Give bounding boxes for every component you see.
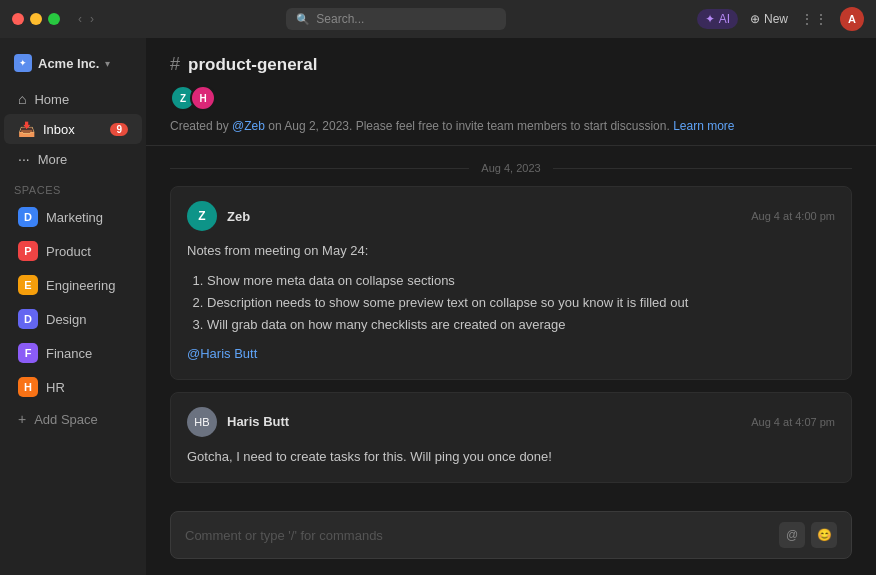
forward-arrow[interactable]: › <box>88 12 96 26</box>
sidebar-item-inbox[interactable]: 📥 Inbox 9 <box>4 114 142 144</box>
list-item-2: Description needs to show some preview t… <box>207 292 835 314</box>
msg-time-2: Aug 4 at 4:07 pm <box>751 416 835 428</box>
new-icon: ⊕ <box>750 12 760 26</box>
message-header-1: Z Zeb Aug 4 at 4:00 pm <box>187 201 835 231</box>
sidebar-item-marketing[interactable]: D Marketing <box>4 200 142 234</box>
msg-avatar-zeb: Z <box>187 201 217 231</box>
search-placeholder: Search... <box>316 12 364 26</box>
finance-label: Finance <box>46 346 92 361</box>
member-avatar-2: H <box>190 85 216 111</box>
new-label: New <box>764 12 788 26</box>
ai-icon: ✦ <box>705 12 715 26</box>
channel-meta-middle: on Aug 2, 2023. Please feel free to invi… <box>265 119 670 133</box>
msg-author-1: Zeb <box>227 209 250 224</box>
inbox-icon: 📥 <box>18 121 35 137</box>
hr-dot: H <box>18 377 38 397</box>
channel-creator-mention[interactable]: @Zeb <box>232 119 265 133</box>
spaces-label: Spaces <box>0 174 146 200</box>
search-icon: 🔍 <box>296 13 310 26</box>
workspace-chevron-icon: ▾ <box>105 58 110 69</box>
workspace-name: Acme Inc. <box>38 56 99 71</box>
fullscreen-button[interactable] <box>48 13 60 25</box>
msg-body-2: Gotcha, I need to create tasks for this.… <box>187 447 835 468</box>
comment-area: Comment or type '/' for commands @ 😊 <box>146 499 876 575</box>
ai-badge[interactable]: ✦ AI <box>697 9 738 29</box>
add-space-button[interactable]: + Add Space <box>4 404 142 434</box>
finance-dot: F <box>18 343 38 363</box>
traffic-lights <box>12 13 60 25</box>
msg-body-1: Notes from meeting on May 24: Show more … <box>187 241 835 365</box>
sidebar-item-home[interactable]: ⌂ Home <box>4 84 142 114</box>
msg-author-2: Haris Butt <box>227 414 289 429</box>
close-button[interactable] <box>12 13 24 25</box>
list-item-3: Will grab data on how many checklists ar… <box>207 314 835 336</box>
inbox-badge: 9 <box>110 123 128 136</box>
content-area: # product-general Z H Created by @Zeb on… <box>146 38 876 575</box>
msg-mention-1[interactable]: @Haris Butt <box>187 346 257 361</box>
date-divider-1: Aug 4, 2023 <box>146 146 876 182</box>
msg-time-1: Aug 4 at 4:00 pm <box>751 210 835 222</box>
marketing-label: Marketing <box>46 210 103 225</box>
home-icon: ⌂ <box>18 91 26 107</box>
design-dot: D <box>18 309 38 329</box>
channel-header: # product-general Z H Created by @Zeb on… <box>146 38 876 146</box>
grid-icon[interactable]: ⋮⋮ <box>800 11 828 27</box>
learn-more-link[interactable]: Learn more <box>673 119 734 133</box>
msg-body-text-2: Gotcha, I need to create tasks for this.… <box>187 449 552 464</box>
add-space-label: Add Space <box>34 412 98 427</box>
search-bar: 🔍 Search... <box>104 8 689 30</box>
messages-area: Aug 4, 2023 Z Zeb Aug 4 at 4:00 pm Notes… <box>146 146 876 499</box>
sidebar-item-engineering[interactable]: E Engineering <box>4 268 142 302</box>
sidebar-item-product[interactable]: P Product <box>4 234 142 268</box>
main-layout: ✦ Acme Inc. ▾ ⌂ Home 📥 Inbox 9 ··· More … <box>0 38 876 575</box>
date-divider-line-right <box>553 168 852 169</box>
msg-intro-1: Notes from meeting on May 24: <box>187 241 835 262</box>
channel-name: product-general <box>188 55 317 75</box>
message-card-2: HB Haris Butt Aug 4 at 4:07 pm Gotcha, I… <box>170 392 852 483</box>
member-avatars: Z H <box>170 85 852 111</box>
date-divider-line-left <box>170 168 469 169</box>
sidebar-item-home-label: Home <box>34 92 69 107</box>
list-item-1: Show more meta data on collapse sections <box>207 270 835 292</box>
message-card-1: Z Zeb Aug 4 at 4:00 pm Notes from meetin… <box>170 186 852 380</box>
more-icon: ··· <box>18 151 30 167</box>
sidebar-item-hr[interactable]: H HR <box>4 370 142 404</box>
hash-icon: # <box>170 54 180 75</box>
marketing-dot: D <box>18 207 38 227</box>
hr-label: HR <box>46 380 65 395</box>
sidebar-item-more-label: More <box>38 152 68 167</box>
msg-avatar-haris: HB <box>187 407 217 437</box>
design-label: Design <box>46 312 86 327</box>
workspace-header[interactable]: ✦ Acme Inc. ▾ <box>0 48 146 78</box>
channel-title: # product-general <box>170 54 852 75</box>
date-divider-text-1: Aug 4, 2023 <box>481 162 540 174</box>
sidebar-item-design[interactable]: D Design <box>4 302 142 336</box>
channel-meta-prefix: Created by <box>170 119 232 133</box>
product-label: Product <box>46 244 91 259</box>
comment-action-1[interactable]: @ <box>779 522 805 548</box>
search-input-wrap[interactable]: 🔍 Search... <box>286 8 506 30</box>
product-dot: P <box>18 241 38 261</box>
comment-placeholder: Comment or type '/' for commands <box>185 528 771 543</box>
sidebar-item-finance[interactable]: F Finance <box>4 336 142 370</box>
nav-arrows: ‹ › <box>76 12 96 26</box>
back-arrow[interactable]: ‹ <box>76 12 84 26</box>
sidebar-item-more[interactable]: ··· More <box>4 144 142 174</box>
title-bar: ‹ › 🔍 Search... ✦ AI ⊕ New ⋮⋮ A <box>0 0 876 38</box>
new-button[interactable]: ⊕ New <box>750 12 788 26</box>
workspace-icon: ✦ <box>14 54 32 72</box>
msg-list-1: Show more meta data on collapse sections… <box>187 270 835 336</box>
engineering-dot: E <box>18 275 38 295</box>
ai-label: AI <box>719 12 730 26</box>
sidebar: ✦ Acme Inc. ▾ ⌂ Home 📥 Inbox 9 ··· More … <box>0 38 146 575</box>
user-avatar[interactable]: A <box>840 7 864 31</box>
sidebar-item-inbox-label: Inbox <box>43 122 75 137</box>
comment-input-wrap[interactable]: Comment or type '/' for commands @ 😊 <box>170 511 852 559</box>
channel-meta: Created by @Zeb on Aug 2, 2023. Please f… <box>170 119 852 133</box>
message-header-2: HB Haris Butt Aug 4 at 4:07 pm <box>187 407 835 437</box>
comment-actions: @ 😊 <box>779 522 837 548</box>
avatar-letter: A <box>848 13 856 25</box>
comment-action-2[interactable]: 😊 <box>811 522 837 548</box>
plus-icon: + <box>18 411 26 427</box>
minimize-button[interactable] <box>30 13 42 25</box>
